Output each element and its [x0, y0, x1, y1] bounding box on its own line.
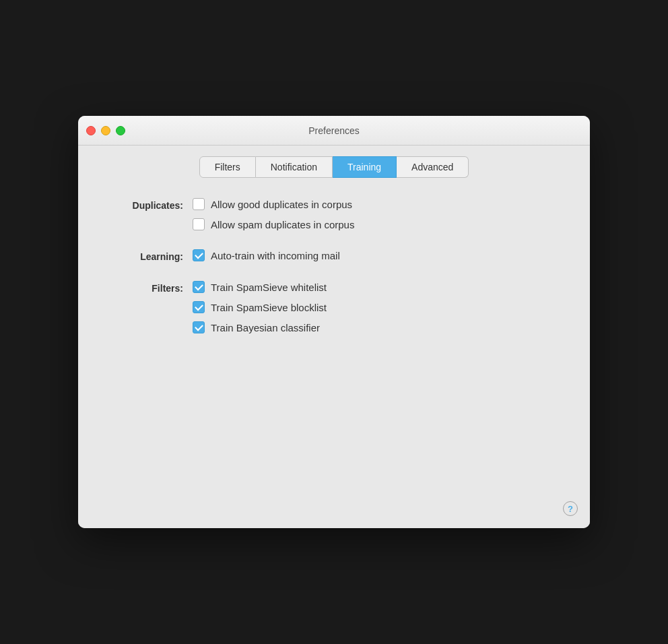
learning-options: Auto-train with incoming mail	[193, 249, 340, 261]
window-title: Preferences	[308, 125, 359, 136]
tab-filters[interactable]: Filters	[199, 156, 256, 178]
filters-options: Train SpamSieve whitelist Train SpamSiev…	[193, 281, 327, 333]
allow-good-duplicates-row: Allow good duplicates in corpus	[193, 198, 354, 210]
train-bayesian-label: Train Bayesian classifier	[211, 322, 320, 333]
duplicates-section: Duplicates: Allow good duplicates in cor…	[105, 198, 563, 230]
allow-good-duplicates-checkbox[interactable]	[193, 198, 205, 210]
train-blocklist-label: Train SpamSieve blocklist	[211, 302, 327, 313]
train-blocklist-checkbox[interactable]	[193, 301, 205, 313]
learning-section: Learning: Auto-train with incoming mail	[105, 249, 563, 262]
train-whitelist-checkbox[interactable]	[193, 281, 205, 293]
duplicates-options: Allow good duplicates in corpus Allow sp…	[193, 198, 354, 230]
learning-label: Learning:	[105, 249, 193, 262]
help-button[interactable]: ?	[563, 501, 578, 516]
train-bayesian-checkbox[interactable]	[193, 321, 205, 333]
allow-spam-duplicates-checkbox[interactable]	[193, 218, 205, 230]
auto-train-checkbox[interactable]	[193, 249, 205, 261]
content-area: Duplicates: Allow good duplicates in cor…	[78, 178, 590, 528]
train-whitelist-row: Train SpamSieve whitelist	[193, 281, 327, 293]
preferences-window: Preferences Filters Notification Trainin…	[78, 116, 590, 528]
train-whitelist-label: Train SpamSieve whitelist	[211, 282, 327, 293]
tab-bar: Filters Notification Training Advanced	[78, 146, 590, 178]
auto-train-row: Auto-train with incoming mail	[193, 249, 340, 261]
close-button[interactable]	[86, 126, 96, 135]
auto-train-label: Auto-train with incoming mail	[211, 250, 340, 261]
train-bayesian-row: Train Bayesian classifier	[193, 321, 327, 333]
train-blocklist-row: Train SpamSieve blocklist	[193, 301, 327, 313]
allow-spam-duplicates-label: Allow spam duplicates in corpus	[211, 219, 354, 230]
tab-notification[interactable]: Notification	[256, 156, 333, 178]
traffic-lights	[86, 126, 125, 135]
tab-advanced[interactable]: Advanced	[397, 156, 469, 178]
tab-training[interactable]: Training	[333, 156, 397, 178]
filters-section: Filters: Train SpamSieve whitelist Train…	[105, 281, 563, 333]
allow-good-duplicates-label: Allow good duplicates in corpus	[211, 199, 352, 210]
filters-label: Filters:	[105, 281, 193, 294]
duplicates-label: Duplicates:	[105, 198, 193, 211]
minimize-button[interactable]	[101, 126, 110, 135]
maximize-button[interactable]	[116, 126, 125, 135]
title-bar: Preferences	[78, 116, 590, 146]
allow-spam-duplicates-row: Allow spam duplicates in corpus	[193, 218, 354, 230]
